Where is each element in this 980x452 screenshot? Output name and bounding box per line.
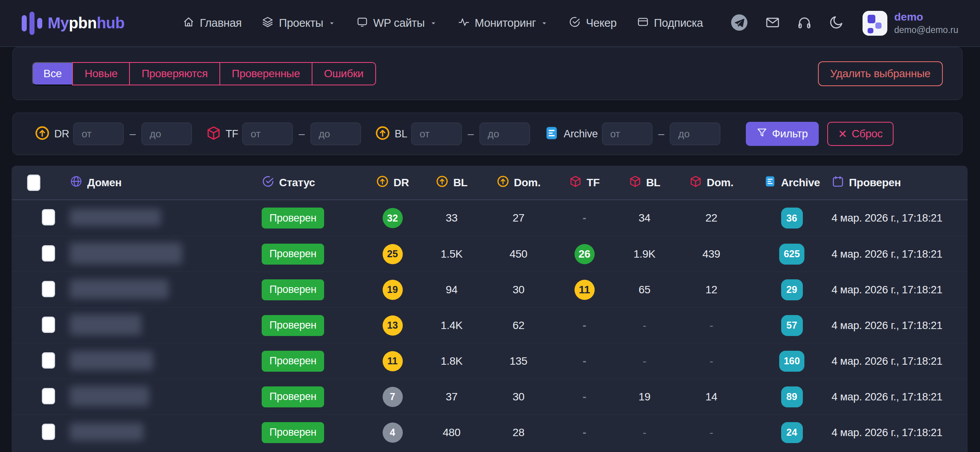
- bl-value: 37: [446, 391, 458, 403]
- status-badge: Проверен: [262, 422, 324, 443]
- tf-from-input[interactable]: [242, 123, 293, 145]
- row-checkbox[interactable]: [42, 209, 55, 225]
- tf-bl-value: 1.9K: [633, 248, 655, 260]
- archive-from-input[interactable]: [602, 123, 652, 145]
- tf-dom-value: -: [709, 426, 713, 439]
- nav-item-checker[interactable]: Чекер: [569, 16, 616, 31]
- select-all-checkbox[interactable]: [27, 175, 40, 191]
- archive-badge: 625: [779, 244, 805, 265]
- domains-table: Домен Статус DR BL Dom. TF BL Dom.: [12, 166, 968, 452]
- dom-value: 30: [512, 284, 525, 296]
- user-email: demo@demo.ru: [894, 25, 958, 35]
- archive-badge: 160: [779, 351, 805, 372]
- bl-value: 1.8K: [441, 355, 462, 367]
- archive-doc-icon: [544, 125, 559, 142]
- nav-item-subscription[interactable]: Подписка: [637, 16, 703, 31]
- bl-value: 480: [443, 426, 461, 439]
- ahrefs-bl-icon: [375, 125, 390, 142]
- domain-redacted: [70, 314, 141, 335]
- tf-cube-icon: [629, 175, 642, 190]
- bl-value: 1.5K: [441, 248, 462, 260]
- user-meta: demo demo@demo.ru: [894, 11, 958, 35]
- col-archive: Archive: [764, 175, 820, 190]
- nav-item-label: Главная: [200, 17, 242, 29]
- table-row: Проверен 25 1.5K 450 26 1.9K 439 625 4 м…: [12, 236, 968, 272]
- support-button[interactable]: [797, 15, 812, 31]
- main-nav: Главная Проекты WP сайты Мониторинг Чеке…: [183, 16, 703, 31]
- table-row: Проверен 4 480 28 - - - 24 4 мар. 2026 г…: [12, 414, 968, 450]
- calendar-icon: [832, 175, 844, 190]
- col-bl: BL: [436, 175, 468, 190]
- tab-checking[interactable]: Проверяются: [129, 62, 220, 85]
- tab-checked[interactable]: Проверенные: [219, 62, 312, 85]
- status-badge: Проверен: [262, 244, 324, 265]
- dom-value: 62: [512, 319, 525, 332]
- headphones-icon: [797, 15, 812, 31]
- table-row: Проверен 11 1.8K 135 - - - 160 4 мар. 20…: [12, 343, 968, 379]
- table-header: Домен Статус DR BL Dom. TF BL Dom.: [12, 166, 968, 200]
- card-icon: [637, 16, 649, 31]
- tab-all[interactable]: Все: [32, 62, 73, 85]
- nav-item-label: Чекер: [586, 17, 616, 29]
- mail-button[interactable]: [765, 15, 780, 31]
- checked-date: 4 мар. 2026 г., 17:18:21: [832, 319, 942, 332]
- telegram-icon: [730, 13, 749, 33]
- reset-filter-button[interactable]: ✕ Сброс: [827, 122, 894, 146]
- funnel-icon: [757, 127, 767, 140]
- domain-redacted: [70, 351, 153, 370]
- chevron-down-icon: [430, 19, 438, 28]
- col-status: Статус: [262, 175, 315, 190]
- nav-item-wp-sites[interactable]: WP сайты: [356, 16, 438, 31]
- tf-badge: -: [575, 351, 595, 371]
- row-checkbox[interactable]: [42, 388, 55, 404]
- status-badge: Проверен: [262, 386, 324, 407]
- brand-logo[interactable]: Mypbnhub: [22, 11, 124, 35]
- row-checkbox[interactable]: [42, 424, 55, 440]
- tf-cube-icon: [206, 125, 221, 142]
- row-checkbox[interactable]: [42, 281, 55, 297]
- row-checkbox[interactable]: [42, 317, 55, 333]
- row-checkbox[interactable]: [42, 245, 55, 262]
- brand-bars-icon: [22, 11, 42, 35]
- status-badge: Проверен: [262, 208, 324, 229]
- chevron-down-icon: [541, 19, 549, 28]
- nav-item-projects[interactable]: Проекты: [262, 16, 336, 31]
- telegram-button[interactable]: [730, 13, 749, 33]
- nav-item-home[interactable]: Главная: [183, 16, 242, 31]
- tab-new[interactable]: Новые: [72, 62, 130, 85]
- dr-from-input[interactable]: [73, 123, 124, 145]
- checked-date: 4 мар. 2026 г., 17:18:21: [832, 426, 942, 439]
- layers-icon: [262, 16, 274, 31]
- delete-selected-button[interactable]: Удалить выбранные: [818, 61, 943, 86]
- monitor-icon: [356, 16, 368, 31]
- checked-date: 4 мар. 2026 г., 17:18:21: [832, 212, 942, 224]
- dom-value: 28: [512, 426, 525, 439]
- filter-label: BL: [395, 128, 407, 140]
- row-checkbox[interactable]: [42, 352, 55, 369]
- theme-toggle-button[interactable]: [828, 15, 844, 31]
- dr-badge: 32: [383, 208, 403, 228]
- apply-filter-button[interactable]: Фильтр: [746, 122, 818, 146]
- table-row: Проверен 7 37 30 - 19 14 89 4 мар. 2026 …: [12, 379, 968, 414]
- user-menu[interactable]: demo demo@demo.ru: [863, 11, 958, 36]
- bl-value: 94: [446, 284, 458, 296]
- envelope-icon: [765, 15, 780, 31]
- dr-badge: 11: [383, 351, 403, 371]
- col-domain: Домен: [70, 175, 122, 190]
- checked-date: 4 мар. 2026 г., 17:18:21: [832, 248, 942, 260]
- domain-redacted: [70, 386, 149, 406]
- domain-redacted: [70, 279, 169, 299]
- status-badge: Проверен: [262, 351, 324, 372]
- dr-badge: 13: [383, 315, 403, 336]
- archive-to-input[interactable]: [670, 123, 720, 145]
- archive-doc-icon: [764, 175, 776, 190]
- tf-cube-icon: [689, 175, 702, 190]
- bl-to-input[interactable]: [480, 123, 530, 145]
- bl-from-input[interactable]: [411, 123, 462, 145]
- col-tf-dom: Dom.: [689, 175, 733, 190]
- tf-to-input[interactable]: [311, 123, 361, 145]
- dr-to-input[interactable]: [141, 123, 192, 145]
- tab-errors[interactable]: Ошибки: [312, 62, 376, 85]
- nav-item-monitoring[interactable]: Мониторинг: [458, 16, 549, 31]
- tf-bl-value: 65: [638, 284, 650, 296]
